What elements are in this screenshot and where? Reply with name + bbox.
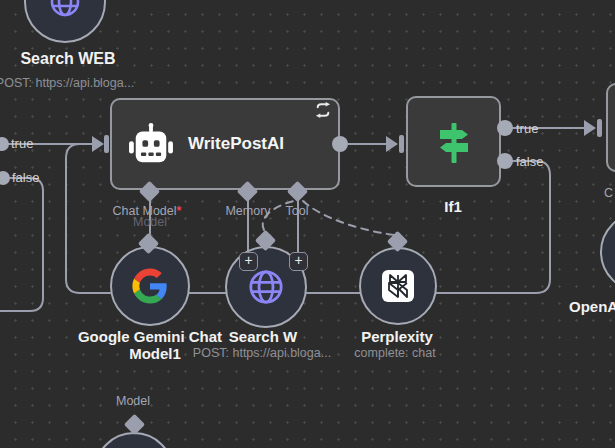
- edge-perplexity-tool-dashed: [303, 201, 394, 235]
- node-label-openai: OpenA: [569, 298, 615, 315]
- memory-connector-label: Memory: [225, 204, 270, 218]
- perplexity-icon: [382, 270, 414, 302]
- robot-icon: [128, 123, 174, 165]
- right-node-input-arrow-icon: [584, 120, 596, 136]
- node-label-search-w: Search W: [229, 328, 297, 345]
- node-label-search-web: Search WEB: [20, 50, 115, 68]
- node-subtitle-search-w: POST: https://api.bloga...: [193, 346, 331, 360]
- right-node-connector-label: C: [604, 186, 613, 200]
- node-label-gemini-line1: Google Gemini Chat: [78, 328, 222, 345]
- refresh-icon[interactable]: [314, 102, 332, 118]
- chat-model-sub-label: Model: [133, 215, 167, 229]
- incoming-false-label: false: [12, 170, 39, 185]
- node-subtitle-perplexity: complete: chat: [354, 346, 435, 360]
- writepost-input-port[interactable]: [104, 135, 109, 153]
- globe-tool-icon: [245, 266, 287, 308]
- if1-false-output-port[interactable]: [497, 153, 513, 169]
- tool-connector-label: Tool: [286, 204, 309, 218]
- node-right-partial[interactable]: [606, 83, 615, 172]
- required-asterisk: *: [177, 204, 182, 218]
- memory-add-button[interactable]: +: [239, 252, 258, 271]
- if1-input-port[interactable]: [399, 135, 404, 153]
- if1-input-arrow-icon: [386, 136, 398, 152]
- node-label-writepostai: WritePostAI: [188, 134, 284, 154]
- incoming-true-label: true: [11, 136, 33, 151]
- node-label-gemini-line2: Model1: [129, 345, 181, 362]
- edge-incoming-false: [0, 178, 43, 311]
- if1-true-label: true: [516, 121, 538, 136]
- right-node-input-port[interactable]: [597, 119, 602, 137]
- if-signpost-icon: [432, 121, 476, 165]
- if1-false-label: false: [516, 154, 543, 169]
- workflow-canvas[interactable]: Search WEB POST: https://api.bloga... tr…: [0, 0, 615, 448]
- node-label-if1: If1: [444, 198, 462, 215]
- node-subtitle-search-web: POST: https://api.bloga...: [0, 76, 134, 90]
- globe-icon: [47, 0, 83, 20]
- bottom-model-connector-label: Model: [116, 394, 150, 408]
- if1-true-output-port[interactable]: [497, 120, 513, 136]
- writepost-output-port[interactable]: [332, 136, 348, 152]
- tool-add-button[interactable]: +: [289, 252, 308, 271]
- writepost-input-arrow-icon: [92, 136, 104, 152]
- node-label-perplexity: Perplexity: [361, 328, 433, 345]
- google-g-icon: [131, 267, 169, 305]
